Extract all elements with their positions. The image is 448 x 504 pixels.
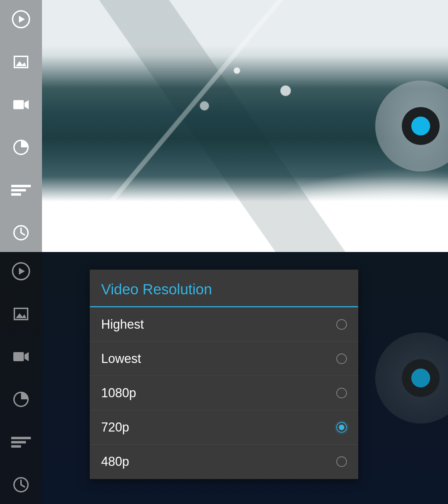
- video-mode-button[interactable]: [11, 346, 31, 367]
- option-label: Highest: [101, 317, 144, 332]
- settings-button[interactable]: [11, 180, 31, 200]
- timelapse-button[interactable]: [11, 137, 31, 158]
- timelapse-icon: [13, 139, 29, 156]
- video-icon: [13, 351, 29, 363]
- camera-viewfinder-screen: [0, 0, 448, 252]
- option-label: 720p: [101, 420, 129, 435]
- record-indicator-icon: [411, 369, 430, 387]
- radio-unchecked-icon: [336, 456, 347, 467]
- svg-marker-18: [24, 352, 29, 361]
- gallery-icon: [13, 54, 29, 70]
- timelapse-button[interactable]: [11, 389, 31, 410]
- svg-marker-16: [16, 313, 26, 318]
- svg-line-12: [21, 233, 24, 235]
- dialog-header: Video Resolution: [90, 270, 358, 307]
- timer-button[interactable]: [11, 475, 31, 495]
- dialog-title: Video Resolution: [101, 281, 347, 298]
- resolution-option-720p[interactable]: 720p: [90, 410, 358, 444]
- gallery-button[interactable]: [11, 52, 31, 72]
- gallery-icon: [13, 306, 29, 322]
- settings-lines-icon: [11, 436, 31, 448]
- svg-marker-3: [16, 61, 26, 66]
- svg-marker-14: [19, 268, 25, 275]
- video-resolution-dialog: Video Resolution Highest Lowest 1080p 72…: [90, 270, 358, 479]
- record-indicator-icon: [411, 117, 430, 135]
- svg-rect-17: [13, 352, 24, 361]
- shutter-button[interactable]: [375, 332, 448, 424]
- play-button[interactable]: [11, 261, 31, 281]
- left-toolbar-dimmed: [0, 252, 42, 504]
- play-icon: [12, 10, 30, 29]
- clock-icon: [13, 224, 29, 241]
- svg-rect-22: [11, 445, 21, 448]
- radio-unchecked-icon: [336, 388, 347, 398]
- svg-rect-9: [11, 193, 21, 196]
- left-toolbar: [0, 0, 42, 252]
- resolution-option-480p[interactable]: 480p: [90, 444, 358, 479]
- settings-button[interactable]: [11, 432, 31, 452]
- shutter-button[interactable]: [375, 80, 448, 172]
- video-mode-button[interactable]: [11, 94, 31, 115]
- shutter-inner-ring: [402, 359, 440, 397]
- clock-icon: [13, 476, 29, 493]
- option-label: 480p: [101, 454, 129, 469]
- gallery-button[interactable]: [11, 304, 31, 324]
- radio-unchecked-icon: [336, 354, 347, 364]
- svg-marker-5: [24, 100, 29, 109]
- option-label: Lowest: [101, 351, 141, 366]
- camera-settings-screen: Video Resolution Highest Lowest 1080p 72…: [0, 252, 448, 504]
- radio-unchecked-icon: [336, 319, 347, 330]
- svg-rect-21: [11, 441, 26, 443]
- timelapse-icon: [13, 391, 29, 408]
- svg-marker-1: [19, 16, 25, 23]
- svg-rect-7: [11, 185, 31, 187]
- svg-rect-20: [11, 437, 31, 439]
- svg-rect-8: [11, 189, 26, 191]
- option-label: 1080p: [101, 386, 136, 400]
- radio-checked-icon: [336, 422, 347, 433]
- resolution-option-1080p[interactable]: 1080p: [90, 376, 358, 410]
- resolution-option-list: Highest Lowest 1080p 720p 480p: [90, 307, 358, 479]
- shutter-inner-ring: [402, 107, 440, 145]
- svg-rect-4: [13, 100, 24, 109]
- svg-line-25: [21, 485, 24, 487]
- play-icon: [12, 262, 30, 281]
- play-button[interactable]: [11, 9, 31, 29]
- settings-lines-icon: [11, 184, 31, 196]
- resolution-option-lowest[interactable]: Lowest: [90, 342, 358, 376]
- resolution-option-highest[interactable]: Highest: [90, 307, 358, 342]
- video-icon: [13, 99, 29, 111]
- timer-button[interactable]: [11, 223, 31, 243]
